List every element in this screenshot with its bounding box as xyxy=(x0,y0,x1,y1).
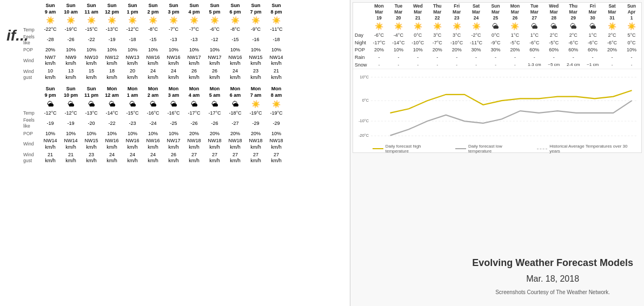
forecast-day-temp-7: 1°C xyxy=(505,32,525,39)
pop-cell-5: 10% xyxy=(143,46,163,54)
forecast-rain-13: - xyxy=(622,54,641,62)
forecast-col-header-10: ThuMar29 xyxy=(563,3,583,22)
temp-cell-2: -15°C xyxy=(81,26,102,34)
pop-cell-5: 10% xyxy=(143,130,163,138)
temp-cell-0: -12°C xyxy=(40,110,61,117)
row-label-wind: Wind xyxy=(22,137,40,151)
forecast-icon-2: ☀️ xyxy=(408,22,428,32)
temp-cell-1: -19°C xyxy=(61,26,81,34)
wind-gust-cell-11: 21km/h xyxy=(266,68,287,81)
forecast-col-header-9: WedMar28 xyxy=(544,3,563,22)
wind-gust-cell-9: 24km/h xyxy=(225,68,245,81)
forecast-snow-1: - xyxy=(389,62,408,69)
feels-cell-0: -28 xyxy=(40,34,61,46)
forecast-col-header-4: FriMar23 xyxy=(447,3,467,22)
bottom-table-body: 🌥🌥🌥🌥🌥🌥🌥🌥🌥🌥☀️☀️Temp-12°C-12°C-13°C-14°C-1… xyxy=(22,99,287,165)
feels-cell-7: -13 xyxy=(184,34,204,46)
weather-icon-3: 🌥 xyxy=(102,99,122,110)
row-label-wind-gust: Windgust xyxy=(22,68,40,81)
feels-cell-5: -15 xyxy=(143,34,163,46)
forecast-pop-7: 20% xyxy=(505,46,525,54)
forecast-rain-5: - xyxy=(467,54,486,62)
weather-icon-10: ☀️ xyxy=(245,99,266,110)
forecast-day-temp-9: 2°C xyxy=(544,32,563,39)
pop-cell-1: 10% xyxy=(61,130,81,138)
feels-cell-3: -22 xyxy=(102,117,122,130)
forecast-rain-10: - xyxy=(563,54,583,62)
weather-icon-9: ☀️ xyxy=(225,16,245,26)
legend-low-line xyxy=(455,148,466,149)
pop-cell-9: 20% xyxy=(225,130,245,138)
wind-gust-cell-0: 21km/h xyxy=(40,151,61,165)
wind-gust-cell-7: 27km/h xyxy=(184,151,204,165)
bottom-hourly-table-wrapper: Sun9 pmSun10 pmSun11 pmMon12 amMon1 amMo… xyxy=(22,85,348,164)
col-header-6: Mon3 am xyxy=(163,85,184,99)
weather-icon-10: ☀️ xyxy=(245,16,266,26)
weather-icon-7: 🌥 xyxy=(184,99,204,110)
wind-cell-3: NW12km/h xyxy=(102,54,122,68)
temp-cell-7: -7°C xyxy=(184,26,204,34)
wind-cell-5: NW16km/h xyxy=(143,54,163,68)
wind-gust-cell-4: 24km/h xyxy=(122,151,143,165)
forecast-icon-9: 🌥 xyxy=(544,22,563,32)
forecast-icon-4: ☀️ xyxy=(447,22,467,32)
wind-cell-1: NW14km/h xyxy=(61,137,81,151)
col-header-1: Sun10 pm xyxy=(61,85,81,99)
forecast-icon-12: ☀️ xyxy=(602,22,622,32)
forecast-table-body: ☀️☀️☀️☀️☀️☀️🌥☀️🌥🌥🌥🌥☀️☀️Day-6°C-4°C0°C3°C… xyxy=(353,22,641,69)
legend-low-label: Daily forecast low temperature xyxy=(468,144,526,154)
wind-cell-10: NW15km/h xyxy=(245,54,266,68)
weather-icon-8: 🌥 xyxy=(204,99,225,110)
forecast-day-temp-4: 3°C xyxy=(447,32,467,39)
top-hourly-table: Sun9 amSun10 amSun11 amSun12 pmSun1 pmSu… xyxy=(22,2,287,81)
pop-cell-4: 10% xyxy=(122,130,143,138)
weather-icon-3: ☀️ xyxy=(102,16,122,26)
forecast-night-temp-6: -9°C xyxy=(486,39,506,47)
pop-cell-11: 10% xyxy=(266,130,287,138)
temp-cell-1: -12°C xyxy=(61,110,81,117)
wind-gust-cell-3: 24km/h xyxy=(102,151,122,165)
col-header-5: Mon2 am xyxy=(143,85,163,99)
forecast-snow-12: - xyxy=(602,62,622,69)
pop-cell-1: 10% xyxy=(61,46,81,54)
svg-text:-10°C: -10°C xyxy=(358,119,369,124)
feels-cell-0: -19 xyxy=(40,117,61,130)
forecast-snow-8: 1-3 cm xyxy=(525,62,544,69)
pop-cell-7: 10% xyxy=(184,46,204,54)
forecast-col-header-0: MonMar19 xyxy=(369,3,389,22)
wind-cell-0: NW14km/h xyxy=(40,137,61,151)
legend-historical: Historical Average Temperatures over 30 … xyxy=(537,144,638,154)
forecast-snow-11: ~1 cm xyxy=(583,62,602,69)
top-table-body: ☀️☀️☀️☀️☀️☀️☀️☀️☀️☀️☀️☀️Temp-22°C-19°C-1… xyxy=(22,16,287,81)
feels-cell-2: -22 xyxy=(81,34,102,46)
forecast-icon-0: ☀️ xyxy=(369,22,389,32)
forecast-col-header-1: TueMar20 xyxy=(389,3,408,22)
pop-cell-4: 10% xyxy=(122,46,143,54)
forecast-rain-11: - xyxy=(583,54,602,62)
forecast-icon-11: 🌥 xyxy=(583,22,602,32)
wind-cell-2: NW10km/h xyxy=(81,54,102,68)
temp-cell-6: -16°C xyxy=(163,110,184,117)
forecast-snow-4: - xyxy=(447,62,467,69)
wind-cell-6: NW16km/h xyxy=(163,54,184,68)
temp-cell-9: -8°C xyxy=(225,26,245,34)
forecast-day-temp-8: 1°C xyxy=(525,32,544,39)
weather-icon-1: 🌥 xyxy=(61,99,81,110)
forecast-snow-7: - xyxy=(505,62,525,69)
weather-icon-11: ☀️ xyxy=(266,99,287,110)
col-header-7: Sun4 pm xyxy=(184,2,204,16)
forecast-pop-8: 60% xyxy=(525,46,544,54)
col-header-6: Sun3 pm xyxy=(163,2,184,16)
pop-cell-6: 10% xyxy=(163,46,184,54)
forecast-night-temp-0: -17°C xyxy=(369,39,389,47)
forecast-date: Mar. 18, 2018 xyxy=(472,274,633,284)
wind-cell-10: NW18km/h xyxy=(245,137,266,151)
feels-cell-10: -16 xyxy=(245,34,266,46)
weather-icon-7: ☀️ xyxy=(184,16,204,26)
forecast-night-temp-4: -10°C xyxy=(447,39,467,47)
feels-cell-7: -26 xyxy=(184,117,204,130)
temp-cell-5: -8°C xyxy=(143,26,163,34)
temp-cell-3: -13°C xyxy=(102,26,122,34)
temp-cell-10: -19°C xyxy=(245,110,266,117)
col-header-10: Mon7 am xyxy=(245,85,266,99)
